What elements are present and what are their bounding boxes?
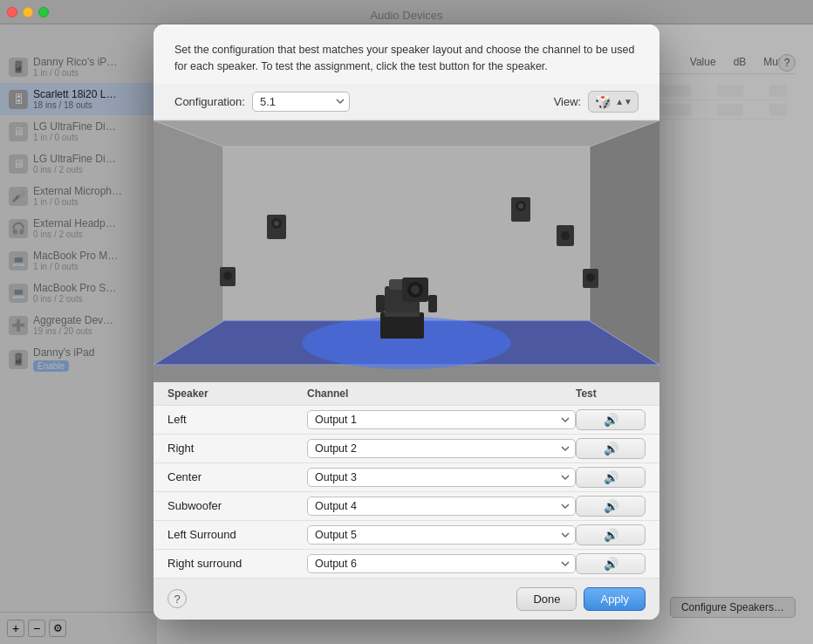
svg-point-30	[518, 203, 523, 209]
channel-select-5[interactable]: Output 1Output 2Output 3Output 4Output 5…	[307, 554, 576, 573]
channel-select-4[interactable]: Output 1Output 2Output 3Output 4Output 5…	[307, 525, 576, 545]
speaker-name-3: Subwoofer	[167, 499, 307, 512]
channel-select-0[interactable]: Output 1Output 2Output 3Output 4Output 5…	[307, 410, 576, 429]
speaker-col-header: Speaker	[167, 387, 307, 400]
test-button-0[interactable]: 🔊	[576, 409, 646, 430]
test-button-4[interactable]: 🔊	[576, 524, 646, 545]
svg-marker-1	[154, 120, 659, 147]
view-control[interactable]: 🎲 ▲▼	[588, 91, 639, 113]
speaker-name-5: Right surround	[167, 557, 307, 570]
help-button[interactable]: ?	[167, 589, 187, 608]
speaker-test-icon-2: 🔊	[604, 470, 618, 484]
speaker-row-subwoofer: Subwoofer Output 1Output 2Output 3Output…	[154, 492, 659, 521]
channel-select-wrap-4: Output 1Output 2Output 3Output 4Output 5…	[307, 525, 576, 545]
speaker-row-left-surround: Left Surround Output 1Output 2Output 3Ou…	[154, 521, 659, 550]
speaker-test-icon-5: 🔊	[604, 557, 618, 571]
channel-select-wrap-0: Output 1Output 2Output 3Output 4Output 5…	[307, 410, 576, 429]
speaker-name-4: Left Surround	[167, 528, 307, 541]
speaker-row-right-surround: Right surround Output 1Output 2Output 3O…	[154, 550, 659, 578]
channel-select-2[interactable]: Output 1Output 2Output 3Output 4Output 5…	[307, 468, 576, 487]
room-visualization	[154, 120, 659, 382]
test-button-1[interactable]: 🔊	[576, 438, 646, 459]
channel-select-wrap-5: Output 1Output 2Output 3Output 4Output 5…	[307, 554, 576, 573]
traffic-lights	[7, 7, 49, 17]
apply-button[interactable]: Apply	[584, 587, 646, 611]
test-button-2[interactable]: 🔊	[576, 467, 646, 488]
modal-description: Set the configuration that best matches …	[154, 24, 659, 84]
table-header: Speaker Channel Test	[154, 382, 659, 406]
speaker-table: Speaker Channel Test Left Output 1Output…	[154, 382, 659, 578]
config-row: Configuration: StereoQuadraphonic5.17.1 …	[154, 84, 659, 120]
channel-select-wrap-2: Output 1Output 2Output 3Output 4Output 5…	[307, 468, 576, 487]
test-button-5[interactable]: 🔊	[576, 553, 646, 574]
svg-point-32	[561, 231, 570, 240]
speaker-config-modal: Set the configuration that best matches …	[154, 24, 659, 620]
speaker-name-2: Center	[167, 470, 307, 483]
test-button-3[interactable]: 🔊	[576, 496, 646, 517]
speaker-rows: Left Output 1Output 2Output 3Output 4Out…	[154, 406, 659, 578]
channel-col-header: Channel	[307, 387, 576, 400]
configuration-select[interactable]: StereoQuadraphonic5.17.1	[252, 92, 350, 112]
done-button[interactable]: Done	[516, 587, 577, 611]
svg-point-25	[274, 221, 279, 226]
modal-overlay: Set the configuration that best matches …	[0, 0, 813, 644]
footer-actions: Done Apply	[516, 587, 646, 611]
room-3d-svg	[154, 120, 659, 382]
speaker-name-0: Left	[167, 413, 307, 426]
speaker-row-left: Left Output 1Output 2Output 3Output 4Out…	[154, 406, 659, 435]
close-button[interactable]	[7, 7, 17, 17]
svg-rect-21	[428, 295, 437, 312]
3d-view-icon: 🎲	[594, 93, 611, 110]
speaker-row-right: Right Output 1Output 2Output 3Output 4Ou…	[154, 435, 659, 463]
view-label: View:	[554, 95, 582, 108]
channel-select-1[interactable]: Output 1Output 2Output 3Output 4Output 5…	[307, 439, 576, 458]
config-label: Configuration:	[174, 95, 245, 108]
svg-rect-20	[376, 295, 385, 312]
channel-select-wrap-3: Output 1Output 2Output 3Output 4Output 5…	[307, 497, 576, 516]
view-chevron-icon: ▲▼	[615, 97, 632, 106]
maximize-button[interactable]	[38, 7, 49, 17]
speaker-name-1: Right	[167, 442, 307, 455]
channel-select-3[interactable]: Output 1Output 2Output 3Output 4Output 5…	[307, 497, 576, 516]
channel-select-wrap-1: Output 1Output 2Output 3Output 4Output 5…	[307, 439, 576, 458]
svg-point-27	[223, 271, 232, 280]
speaker-test-icon-4: 🔊	[604, 528, 618, 542]
svg-point-37	[586, 273, 595, 282]
modal-footer: ? Done Apply	[154, 578, 659, 620]
svg-point-35	[411, 285, 420, 294]
svg-rect-22	[385, 312, 420, 317]
speaker-test-icon-1: 🔊	[604, 442, 618, 456]
speaker-test-icon-0: 🔊	[604, 413, 618, 427]
speaker-test-icon-3: 🔊	[604, 499, 618, 513]
test-col-header: Test	[576, 387, 646, 400]
minimize-button[interactable]	[23, 7, 33, 17]
speaker-row-center: Center Output 1Output 2Output 3Output 4O…	[154, 463, 659, 492]
